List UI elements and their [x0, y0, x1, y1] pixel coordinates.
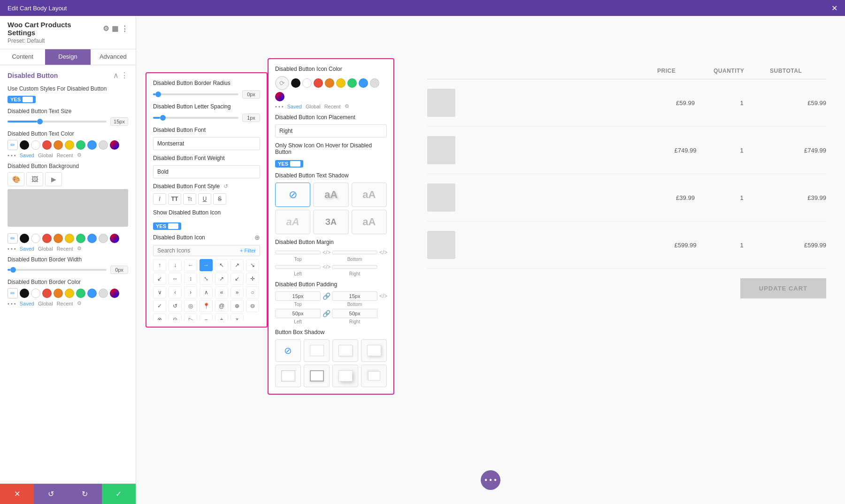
- icon-dbl-right[interactable]: »: [230, 286, 244, 298]
- bold-btn[interactable]: TT: [168, 193, 181, 205]
- border-color-picker[interactable]: ✏: [8, 288, 18, 298]
- bg-color-gray[interactable]: [99, 234, 108, 243]
- bc-green[interactable]: [76, 289, 85, 298]
- icon-chevron-left[interactable]: ‹: [169, 286, 182, 298]
- saved-label[interactable]: Saved: [20, 153, 34, 158]
- ic-red[interactable]: [314, 78, 323, 88]
- bg-color-white[interactable]: [31, 234, 40, 243]
- bg-color-blue[interactable]: [87, 234, 97, 243]
- icon-diag-arrows[interactable]: ⤡: [200, 273, 213, 285]
- icon-arrow-left[interactable]: ←: [184, 259, 197, 271]
- border-width-value[interactable]: 0px: [110, 266, 128, 274]
- margin-right-field[interactable]: [332, 265, 377, 269]
- show-hover-toggle[interactable]: YES: [275, 160, 303, 168]
- bc-gradient[interactable]: [110, 289, 119, 298]
- icon-down-left[interactable]: ↙: [153, 273, 166, 285]
- icon-search-input[interactable]: [157, 247, 240, 254]
- floating-dots-button[interactable]: • • •: [481, 470, 500, 490]
- padding-top-field[interactable]: 15px: [275, 291, 321, 301]
- redo-button[interactable]: ↻: [68, 484, 102, 504]
- bs-none[interactable]: ⊘: [275, 339, 301, 362]
- bg-color-green[interactable]: [76, 234, 85, 243]
- icon-chevron-right[interactable]: ›: [184, 286, 197, 298]
- icon-check-circle[interactable]: ✓: [153, 300, 166, 312]
- icon-x-circle[interactable]: ⊗: [153, 313, 166, 320]
- color-white[interactable]: [31, 140, 40, 150]
- bc-white[interactable]: [31, 289, 40, 298]
- icon-arrow-down[interactable]: ↓: [169, 259, 182, 271]
- margin-link-v[interactable]: </>: [379, 249, 387, 256]
- icon-ne-sw[interactable]: ↗: [215, 273, 228, 285]
- dots-meta[interactable]: • • •: [8, 153, 16, 158]
- bc-blue[interactable]: [87, 289, 97, 298]
- icon-target[interactable]: ◎: [184, 300, 197, 312]
- tab-advanced[interactable]: Advanced: [91, 49, 136, 65]
- icon-diag-ul[interactable]: ↖: [215, 259, 228, 271]
- section-more-icon[interactable]: ⋮: [121, 71, 128, 80]
- save-button[interactable]: ✓: [102, 484, 136, 504]
- padding-link-v[interactable]: </>: [379, 293, 387, 299]
- ls-slider[interactable]: [153, 117, 238, 119]
- icon-diag-ur[interactable]: ↗: [230, 259, 244, 271]
- ic-green[interactable]: [347, 78, 357, 88]
- bs-7[interactable]: [361, 365, 387, 387]
- icon-dbl-left[interactable]: «: [215, 286, 228, 298]
- padding-link-tl[interactable]: 🔗: [323, 310, 330, 317]
- margin-link-tl[interactable]: </>: [323, 264, 330, 270]
- color-red[interactable]: [42, 140, 52, 150]
- bs-1[interactable]: [304, 339, 330, 362]
- icon-nw-se[interactable]: ↙: [230, 273, 244, 285]
- icon-chevron-down[interactable]: ∨: [153, 286, 166, 298]
- close-button[interactable]: ✕: [831, 4, 837, 13]
- ic-gradient[interactable]: [275, 92, 284, 101]
- show-icon-toggle[interactable]: YES: [153, 222, 181, 230]
- icon-plus[interactable]: +: [215, 313, 228, 320]
- icon-refresh-cw[interactable]: ↺: [169, 300, 182, 312]
- font-weight-select[interactable]: Bold: [153, 165, 260, 178]
- bc-recent[interactable]: Recent: [57, 301, 73, 306]
- recent-label[interactable]: Recent: [57, 153, 73, 158]
- color-gradient[interactable]: [110, 140, 119, 150]
- underline-btn[interactable]: U: [198, 193, 211, 205]
- use-custom-toggle[interactable]: YES: [8, 96, 36, 103]
- border-width-track[interactable]: [8, 269, 107, 271]
- update-cart-button[interactable]: UPDATE CART: [740, 278, 826, 298]
- ic-recent[interactable]: Recent: [324, 104, 341, 109]
- shadow-outline[interactable]: ЗА: [313, 210, 348, 234]
- color-picker-icon[interactable]: ✏: [8, 140, 18, 150]
- ic-orange[interactable]: [325, 78, 334, 88]
- icon-h-arrows[interactable]: ↔: [169, 273, 182, 285]
- shadow-glow[interactable]: aA: [275, 210, 310, 234]
- icon-arrow-up[interactable]: ↑: [153, 259, 166, 271]
- icon-pin[interactable]: 📍: [200, 300, 213, 312]
- br-slider[interactable]: [153, 93, 238, 95]
- cancel-button[interactable]: ✕: [0, 484, 34, 504]
- bs-4[interactable]: [275, 365, 301, 387]
- bg-color-black[interactable]: [20, 234, 29, 243]
- icon-v-arrows[interactable]: ↕: [184, 273, 197, 285]
- icon-arrow-right[interactable]: →: [200, 259, 213, 271]
- text-size-value[interactable]: 15px: [110, 117, 128, 126]
- text-size-track[interactable]: [8, 121, 107, 122]
- ic-dots[interactable]: • • •: [275, 104, 284, 109]
- bc-orange[interactable]: [54, 289, 63, 298]
- color-black[interactable]: [20, 140, 29, 150]
- margin-bottom-field[interactable]: [332, 251, 377, 254]
- icon-move[interactable]: ✛: [246, 273, 259, 285]
- strikethrough-btn[interactable]: S: [213, 193, 226, 205]
- bc-black[interactable]: [20, 289, 29, 298]
- bg-type-video[interactable]: ▶: [45, 172, 62, 186]
- icon-play[interactable]: ▷: [184, 313, 197, 320]
- tab-design[interactable]: Design: [45, 49, 90, 65]
- ic-white[interactable]: [302, 78, 312, 88]
- preset-label[interactable]: Preset: Default: [8, 38, 128, 44]
- ic-gear[interactable]: ⚙: [345, 103, 349, 109]
- bc-global[interactable]: Global: [38, 301, 53, 306]
- bs-2[interactable]: [332, 339, 358, 362]
- more-icon[interactable]: ⋮: [121, 24, 128, 33]
- bs-5[interactable]: [304, 365, 330, 387]
- icon-circle[interactable]: ○: [246, 286, 259, 298]
- bc-dots[interactable]: • • •: [8, 301, 16, 306]
- color-light-gray[interactable]: [99, 140, 108, 150]
- caps-btn[interactable]: Tt: [183, 193, 196, 205]
